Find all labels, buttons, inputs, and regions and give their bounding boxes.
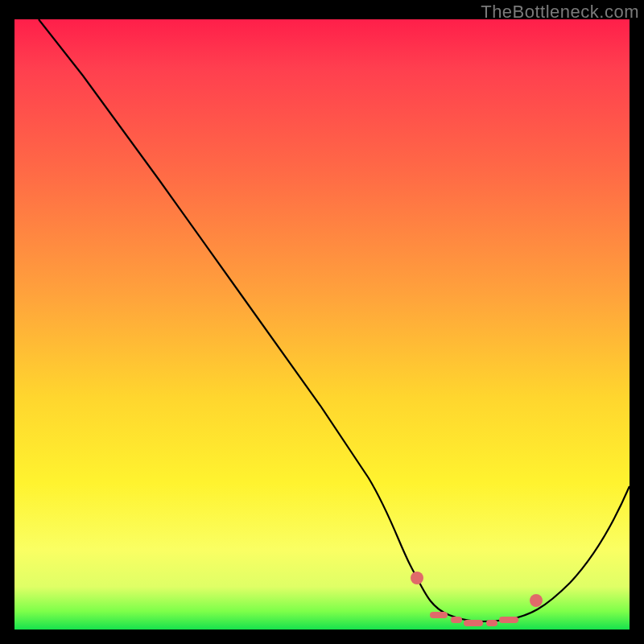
highlight-dash (486, 620, 497, 626)
chart-root: TheBottleneck.com (0, 0, 644, 644)
curve-svg (14, 19, 630, 630)
highlight-dash (464, 620, 483, 626)
watermark-text: TheBottleneck.com (481, 2, 639, 23)
highlight-point-end (530, 594, 543, 607)
highlight-dash (499, 617, 518, 623)
highlight-dash (430, 612, 448, 618)
highlight-dash (451, 617, 462, 623)
bottleneck-curve-line (39, 19, 630, 621)
plot-area (14, 19, 630, 630)
highlight-point-start (411, 572, 423, 584)
highlight-optimal-range (411, 572, 543, 626)
